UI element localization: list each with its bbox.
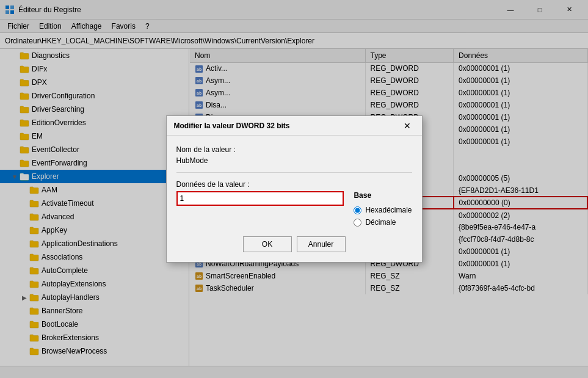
modal-title: Modifier la valeur DWORD 32 bits <box>174 122 400 130</box>
base-group: Base Hexadécimale Décimale <box>354 191 412 227</box>
ok-button[interactable]: OK <box>243 236 292 252</box>
base-label: Base <box>354 191 412 200</box>
modal-body: Nom de la valeur : HubMode Données de la… <box>167 136 422 262</box>
modal-dialog: Modifier la valeur DWORD 32 bits ✕ Nom d… <box>166 115 423 263</box>
value-input[interactable] <box>176 191 344 206</box>
input-group <box>176 191 344 206</box>
cancel-button[interactable]: Annuler <box>297 236 346 252</box>
radio-hex-label[interactable]: Hexadécimale <box>354 206 412 214</box>
modal-overlay: Modifier la valeur DWORD 32 bits ✕ Nom d… <box>0 0 588 378</box>
radio-hex-text: Hexadécimale <box>365 206 412 214</box>
radio-dec[interactable] <box>354 219 361 227</box>
modal-buttons: OK Annuler <box>176 236 412 252</box>
field-name-label: Nom de la valeur : <box>176 145 412 154</box>
field-name-value: HubMode <box>176 156 412 165</box>
modal-close-button[interactable]: ✕ <box>400 118 415 133</box>
radio-hex[interactable] <box>354 206 361 214</box>
divider <box>176 172 412 173</box>
input-row: Base Hexadécimale Décimale <box>176 191 412 227</box>
radio-dec-label[interactable]: Décimale <box>354 218 412 227</box>
radio-dec-text: Décimale <box>365 218 396 227</box>
field-data-label: Données de la valeur : <box>176 180 412 189</box>
modal-title-bar: Modifier la valeur DWORD 32 bits ✕ <box>167 116 422 136</box>
